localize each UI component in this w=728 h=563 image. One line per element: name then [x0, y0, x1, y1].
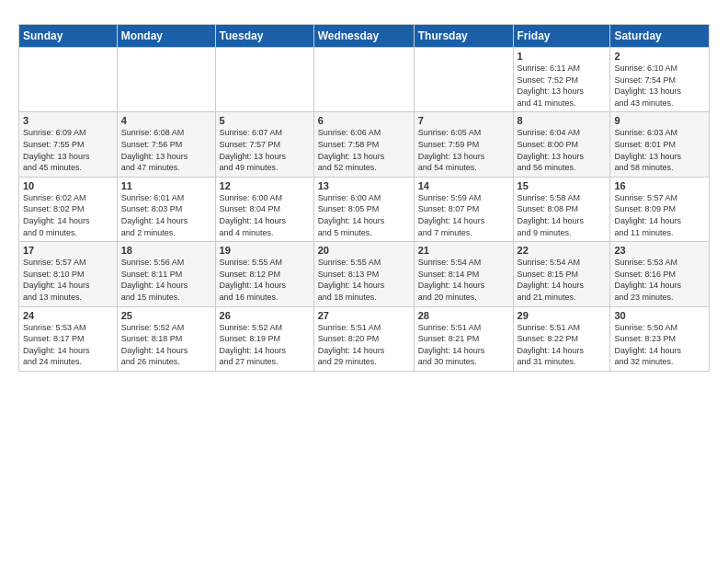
day-number: 25 — [121, 310, 211, 321]
day-number: 4 — [121, 115, 211, 126]
day-info: Sunrise: 5:55 AMSunset: 8:12 PMDaylight:… — [220, 257, 310, 303]
day-number: 16 — [614, 180, 705, 191]
day-info: Sunrise: 5:59 AMSunset: 8:07 PMDaylight:… — [418, 192, 509, 238]
calendar-cell: 17Sunrise: 5:57 AMSunset: 8:10 PMDayligh… — [19, 242, 118, 306]
day-info: Sunrise: 5:55 AMSunset: 8:13 PMDaylight:… — [318, 257, 410, 303]
weekday-monday: Monday — [117, 25, 215, 48]
calendar-cell: 6Sunrise: 6:06 AMSunset: 7:58 PMDaylight… — [313, 112, 414, 177]
day-number: 8 — [518, 115, 607, 126]
day-info: Sunrise: 5:51 AMSunset: 8:21 PMDaylight:… — [418, 322, 509, 368]
calendar-cell: 15Sunrise: 5:58 AMSunset: 8:08 PMDayligh… — [513, 177, 610, 241]
calendar-cell: 18Sunrise: 5:56 AMSunset: 8:11 PMDayligh… — [117, 242, 215, 306]
calendar-cell: 9Sunrise: 6:03 AMSunset: 8:01 PMDaylight… — [610, 112, 710, 177]
calendar-cell — [414, 48, 513, 112]
weekday-thursday: Thursday — [414, 25, 513, 48]
day-number: 17 — [23, 245, 113, 256]
week-row-3: 17Sunrise: 5:57 AMSunset: 8:10 PMDayligh… — [19, 242, 710, 306]
weekday-sunday: Sunday — [19, 25, 118, 48]
calendar-cell: 14Sunrise: 5:59 AMSunset: 8:07 PMDayligh… — [414, 177, 513, 241]
day-number: 23 — [614, 245, 705, 256]
day-number: 21 — [418, 245, 509, 256]
day-info: Sunrise: 5:57 AMSunset: 8:09 PMDaylight:… — [614, 192, 705, 238]
calendar-cell: 20Sunrise: 5:55 AMSunset: 8:13 PMDayligh… — [313, 242, 414, 306]
calendar-cell: 26Sunrise: 5:52 AMSunset: 8:19 PMDayligh… — [215, 306, 313, 371]
day-number: 24 — [23, 310, 113, 321]
day-info: Sunrise: 6:06 AMSunset: 7:58 PMDaylight:… — [318, 127, 410, 173]
calendar-cell — [215, 48, 313, 112]
calendar-cell: 23Sunrise: 5:53 AMSunset: 8:16 PMDayligh… — [610, 242, 710, 306]
calendar-cell: 29Sunrise: 5:51 AMSunset: 8:22 PMDayligh… — [513, 306, 610, 371]
weekday-wednesday: Wednesday — [313, 25, 414, 48]
day-info: Sunrise: 5:58 AMSunset: 8:08 PMDaylight:… — [518, 192, 607, 238]
day-number: 9 — [614, 115, 705, 126]
day-info: Sunrise: 5:52 AMSunset: 8:19 PMDaylight:… — [220, 322, 310, 368]
calendar-cell: 19Sunrise: 5:55 AMSunset: 8:12 PMDayligh… — [215, 242, 313, 306]
day-info: Sunrise: 5:51 AMSunset: 8:20 PMDaylight:… — [318, 322, 410, 368]
day-number: 11 — [121, 180, 211, 191]
day-number: 22 — [518, 245, 607, 256]
calendar-cell: 2Sunrise: 6:10 AMSunset: 7:54 PMDaylight… — [610, 48, 710, 112]
header — [18, 15, 710, 17]
weekday-header-row: SundayMondayTuesdayWednesdayThursdayFrid… — [19, 25, 710, 48]
day-info: Sunrise: 5:53 AMSunset: 8:16 PMDaylight:… — [614, 257, 705, 303]
day-info: Sunrise: 5:56 AMSunset: 8:11 PMDaylight:… — [121, 257, 211, 303]
calendar-cell — [313, 48, 414, 112]
week-row-4: 24Sunrise: 5:53 AMSunset: 8:17 PMDayligh… — [19, 306, 710, 371]
day-info: Sunrise: 6:10 AMSunset: 7:54 PMDaylight:… — [614, 63, 705, 109]
day-info: Sunrise: 6:08 AMSunset: 7:56 PMDaylight:… — [121, 127, 211, 173]
calendar-cell: 5Sunrise: 6:07 AMSunset: 7:57 PMDaylight… — [215, 112, 313, 177]
day-info: Sunrise: 5:52 AMSunset: 8:18 PMDaylight:… — [121, 322, 211, 368]
day-number: 28 — [418, 310, 509, 321]
calendar-cell: 3Sunrise: 6:09 AMSunset: 7:55 PMDaylight… — [19, 112, 118, 177]
calendar-cell: 21Sunrise: 5:54 AMSunset: 8:14 PMDayligh… — [414, 242, 513, 306]
day-number: 30 — [614, 310, 705, 321]
day-info: Sunrise: 6:03 AMSunset: 8:01 PMDaylight:… — [614, 127, 705, 173]
day-info: Sunrise: 6:04 AMSunset: 8:00 PMDaylight:… — [518, 127, 607, 173]
calendar-cell: 28Sunrise: 5:51 AMSunset: 8:21 PMDayligh… — [414, 306, 513, 371]
day-info: Sunrise: 5:53 AMSunset: 8:17 PMDaylight:… — [23, 322, 113, 368]
day-number: 2 — [614, 51, 705, 62]
calendar-cell: 25Sunrise: 5:52 AMSunset: 8:18 PMDayligh… — [117, 306, 215, 371]
calendar-table: SundayMondayTuesdayWednesdayThursdayFrid… — [18, 24, 710, 372]
day-info: Sunrise: 5:51 AMSunset: 8:22 PMDaylight:… — [518, 322, 607, 368]
day-number: 6 — [318, 115, 410, 126]
day-number: 3 — [23, 115, 113, 126]
calendar-cell: 7Sunrise: 6:05 AMSunset: 7:59 PMDaylight… — [414, 112, 513, 177]
day-info: Sunrise: 6:09 AMSunset: 7:55 PMDaylight:… — [23, 127, 113, 173]
calendar-cell: 27Sunrise: 5:51 AMSunset: 8:20 PMDayligh… — [313, 306, 414, 371]
calendar-cell: 8Sunrise: 6:04 AMSunset: 8:00 PMDaylight… — [513, 112, 610, 177]
calendar-cell: 1Sunrise: 6:11 AMSunset: 7:52 PMDaylight… — [513, 48, 610, 112]
day-info: Sunrise: 6:00 AMSunset: 8:05 PMDaylight:… — [318, 192, 410, 238]
day-number: 12 — [220, 180, 310, 191]
week-row-1: 3Sunrise: 6:09 AMSunset: 7:55 PMDaylight… — [19, 112, 710, 177]
calendar-cell: 22Sunrise: 5:54 AMSunset: 8:15 PMDayligh… — [513, 242, 610, 306]
page: SundayMondayTuesdayWednesdayThursdayFrid… — [0, 0, 728, 563]
day-number: 5 — [220, 115, 310, 126]
calendar-cell: 24Sunrise: 5:53 AMSunset: 8:17 PMDayligh… — [19, 306, 118, 371]
calendar-cell: 10Sunrise: 6:02 AMSunset: 8:02 PMDayligh… — [19, 177, 118, 241]
day-info: Sunrise: 6:02 AMSunset: 8:02 PMDaylight:… — [23, 192, 113, 238]
week-row-0: 1Sunrise: 6:11 AMSunset: 7:52 PMDaylight… — [19, 48, 710, 112]
day-info: Sunrise: 6:11 AMSunset: 7:52 PMDaylight:… — [518, 63, 607, 109]
day-number: 27 — [318, 310, 410, 321]
weekday-tuesday: Tuesday — [215, 25, 313, 48]
day-number: 14 — [418, 180, 509, 191]
calendar-cell: 4Sunrise: 6:08 AMSunset: 7:56 PMDaylight… — [117, 112, 215, 177]
calendar-cell: 30Sunrise: 5:50 AMSunset: 8:23 PMDayligh… — [610, 306, 710, 371]
day-number: 7 — [418, 115, 509, 126]
day-info: Sunrise: 6:01 AMSunset: 8:03 PMDaylight:… — [121, 192, 211, 238]
calendar-cell: 12Sunrise: 6:00 AMSunset: 8:04 PMDayligh… — [215, 177, 313, 241]
weekday-saturday: Saturday — [610, 25, 710, 48]
week-row-2: 10Sunrise: 6:02 AMSunset: 8:02 PMDayligh… — [19, 177, 710, 241]
day-number: 1 — [518, 51, 607, 62]
day-number: 29 — [518, 310, 607, 321]
day-number: 18 — [121, 245, 211, 256]
day-number: 10 — [23, 180, 113, 191]
calendar-cell — [19, 48, 118, 112]
calendar-cell: 11Sunrise: 6:01 AMSunset: 8:03 PMDayligh… — [117, 177, 215, 241]
day-info: Sunrise: 5:54 AMSunset: 8:15 PMDaylight:… — [518, 257, 607, 303]
day-number: 13 — [318, 180, 410, 191]
day-number: 19 — [220, 245, 310, 256]
calendar-cell — [117, 48, 215, 112]
calendar-cell: 13Sunrise: 6:00 AMSunset: 8:05 PMDayligh… — [313, 177, 414, 241]
